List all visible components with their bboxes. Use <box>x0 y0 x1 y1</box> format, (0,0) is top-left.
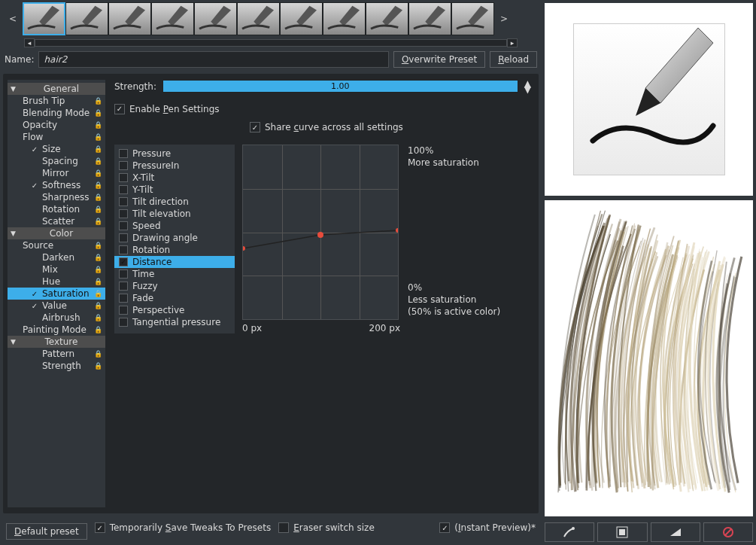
tree-item-saturation[interactable]: ✓Saturation🔒 <box>8 288 105 300</box>
sensor-x-tilt[interactable]: X-Tilt <box>114 172 235 184</box>
preset-thumb-8[interactable] <box>366 2 408 35</box>
overwrite-preset-button[interactable]: Overwrite Preset <box>393 51 485 68</box>
svg-rect-18 <box>619 529 625 535</box>
tree-section-color[interactable]: ▼Color <box>8 227 105 239</box>
default-preset-button[interactable]: Default preset <box>6 523 87 540</box>
tree-item-mix[interactable]: Mix🔒 <box>8 263 105 276</box>
svg-point-12 <box>317 232 323 238</box>
sensor-pressurein[interactable]: PressureIn <box>114 160 235 172</box>
svg-point-16 <box>572 527 575 530</box>
graph-xmin: 0 px <box>242 323 262 333</box>
lock-icon: 🔒 <box>94 350 102 358</box>
lock-icon: 🔒 <box>94 218 102 225</box>
preset-thumb-10[interactable] <box>451 2 494 35</box>
curve-graph[interactable] <box>242 145 399 320</box>
scratchpad-clear-button[interactable] <box>703 522 753 542</box>
svg-marker-3 <box>168 6 188 26</box>
tree-item-scatter[interactable]: Scatter🔒 <box>8 215 105 227</box>
tree-item-value[interactable]: ✓Value🔒 <box>8 300 105 312</box>
tree-item-darken[interactable]: Darken🔒 <box>8 251 105 263</box>
tree-item-softness[interactable]: ✓Softness🔒 <box>8 179 105 191</box>
preset-prev-arrow[interactable]: < <box>3 14 23 24</box>
tree-item-strength[interactable]: Strength🔒 <box>8 360 105 372</box>
lock-icon: 🔒 <box>94 121 102 129</box>
preset-scrollbar[interactable] <box>35 39 507 47</box>
tree-item-source[interactable]: Source🔒 <box>8 239 105 251</box>
tree-item-opacity[interactable]: Opacity🔒 <box>8 119 105 131</box>
lock-icon: 🔒 <box>94 290 102 297</box>
svg-point-13 <box>396 228 398 233</box>
preset-next-arrow[interactable]: > <box>494 14 514 24</box>
preset-thumb-5[interactable] <box>237 2 280 35</box>
svg-marker-14 <box>645 28 713 103</box>
sensor-rotation[interactable]: Rotation <box>114 244 235 256</box>
svg-point-11 <box>243 246 245 251</box>
scratchpad-brush-button[interactable] <box>545 522 594 542</box>
tree-item-size[interactable]: ✓Size🔒 <box>8 143 105 155</box>
svg-marker-2 <box>125 6 145 26</box>
tree-item-painting-mode[interactable]: Painting Mode🔒 <box>8 324 105 336</box>
sensor-perspective[interactable]: Perspective <box>114 304 235 316</box>
sensor-pressure[interactable]: Pressure <box>114 148 235 160</box>
preset-thumb-0[interactable] <box>23 2 65 35</box>
sensor-time[interactable]: Time <box>114 268 235 280</box>
sensor-tangential-pressure[interactable]: Tangential pressure <box>114 316 235 328</box>
settings-tree: ▼GeneralBrush Tip🔒Blending Mode🔒Opacity🔒… <box>8 80 105 507</box>
svg-marker-7 <box>339 6 360 26</box>
tree-item-rotation[interactable]: Rotation🔒 <box>8 203 105 215</box>
sensor-list: PressurePressureInX-TiltY-TiltTilt direc… <box>114 145 235 333</box>
lock-icon: 🔒 <box>94 109 102 117</box>
svg-marker-19 <box>670 528 681 536</box>
sensor-fuzzy[interactable]: Fuzzy <box>114 280 235 292</box>
svg-marker-10 <box>468 6 488 26</box>
preset-thumb-4[interactable] <box>194 2 237 35</box>
curve-info: 100% More saturation 0% Less saturation … <box>408 145 500 333</box>
preset-thumb-7[interactable] <box>323 2 366 35</box>
preset-scroll-right[interactable]: ▸ <box>507 38 518 47</box>
sensor-drawing-angle[interactable]: Drawing angle <box>114 232 235 244</box>
lock-icon: 🔒 <box>94 254 102 261</box>
preset-thumb-1[interactable] <box>65 2 108 35</box>
graph-xmax: 200 px <box>369 323 400 333</box>
tree-item-flow[interactable]: Flow🔒 <box>8 131 105 143</box>
strength-spinner[interactable]: ▲▼ <box>524 81 531 93</box>
preset-scroll-left[interactable]: ◂ <box>24 38 35 47</box>
preset-thumb-6[interactable] <box>280 2 323 35</box>
sensor-tilt-elevation[interactable]: Tilt elevation <box>114 208 235 220</box>
share-curve-checkbox[interactable]: ✓ Share curve across all settings <box>250 122 403 132</box>
scratchpad-fill-button[interactable] <box>597 522 647 542</box>
tree-item-airbrush[interactable]: Airbrush🔒 <box>8 312 105 324</box>
instant-preview-checkbox[interactable]: ✓(Instant Preview)* <box>439 522 536 533</box>
sensor-distance[interactable]: ✓Distance <box>114 256 235 268</box>
reload-button[interactable]: Reload <box>490 51 537 68</box>
scratchpad-gradient-button[interactable] <box>651 522 700 542</box>
tree-item-blending-mode[interactable]: Blending Mode🔒 <box>8 107 105 119</box>
temp-save-checkbox[interactable]: ✓Temporarily Save Tweaks To Presets <box>95 522 271 533</box>
settings-config: Strength: 1.00 ▲▼ ✓ Enable Pen Settings … <box>111 80 534 507</box>
tree-item-pattern[interactable]: Pattern🔒 <box>8 348 105 360</box>
preset-thumbs <box>23 2 494 35</box>
strength-slider[interactable]: 1.00 <box>162 80 518 93</box>
sensor-y-tilt[interactable]: Y-Tilt <box>114 184 235 196</box>
sensor-tilt-direction[interactable]: Tilt direction <box>114 196 235 208</box>
preset-thumb-9[interactable] <box>408 2 451 35</box>
lock-icon: 🔒 <box>94 266 102 273</box>
eraser-switch-checkbox[interactable]: Eraser switch size <box>278 522 375 533</box>
sensor-speed[interactable]: Speed <box>114 220 235 232</box>
tree-item-hue[interactable]: Hue🔒 <box>8 276 105 288</box>
preset-thumb-2[interactable] <box>108 2 151 35</box>
tree-section-general[interactable]: ▼General <box>8 83 105 95</box>
tree-item-sharpness[interactable]: Sharpness🔒 <box>8 191 105 203</box>
lock-icon: 🔒 <box>94 278 102 285</box>
tree-item-brush-tip[interactable]: Brush Tip🔒 <box>8 95 105 107</box>
tree-section-texture[interactable]: ▼Texture <box>8 336 105 348</box>
preset-name-input[interactable] <box>38 51 388 68</box>
lock-icon: 🔒 <box>94 97 102 105</box>
sensor-fade[interactable]: Fade <box>114 292 235 304</box>
preset-thumb-3[interactable] <box>151 2 194 35</box>
tree-item-spacing[interactable]: Spacing🔒 <box>8 155 105 167</box>
lock-icon: 🔒 <box>94 181 102 189</box>
lock-icon: 🔒 <box>94 326 102 333</box>
tree-item-mirror[interactable]: Mirror🔒 <box>8 167 105 179</box>
enable-pen-checkbox[interactable]: ✓ Enable Pen Settings <box>114 104 220 114</box>
